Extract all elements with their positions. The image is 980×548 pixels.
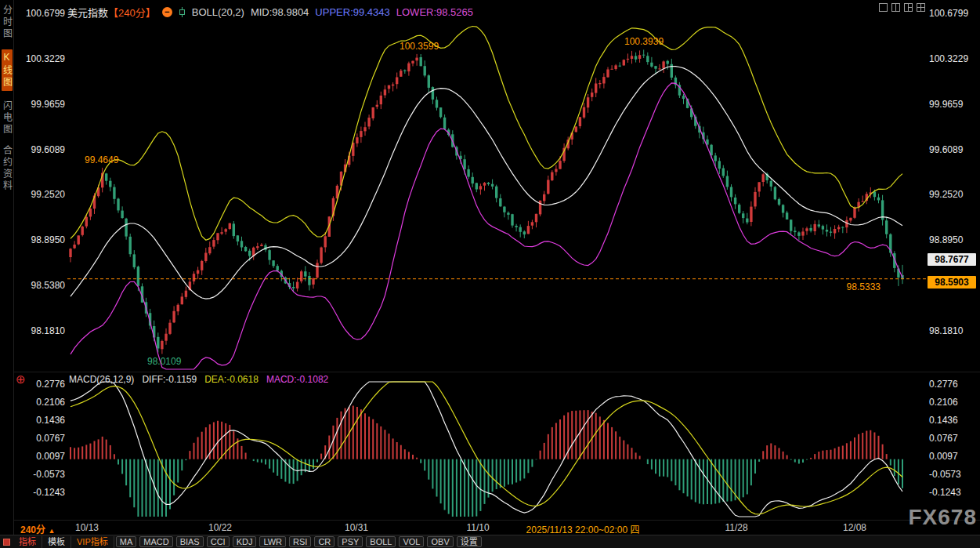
indicator-button-BOLL[interactable]: BOLL	[366, 536, 396, 547]
indicator-button-BIAS[interactable]: BIAS	[176, 536, 204, 547]
y-axis-label: 0.2776	[22, 379, 65, 390]
y-axis-label: 0.2776	[929, 379, 978, 390]
boll-params-label: BOLL(20,2)	[192, 6, 244, 18]
period-selector[interactable]: 240分 ▲	[20, 522, 55, 535]
x-axis-tick: 11/10	[466, 522, 489, 533]
indicator-button-CR[interactable]: CR	[314, 536, 335, 547]
toolbar-tab-0[interactable]: 指标	[13, 536, 42, 548]
x-axis-tick: 10/31	[345, 522, 368, 533]
x-axis-tick: 10/13	[75, 522, 99, 533]
sidebar-item-3[interactable]: 合约资料	[2, 145, 13, 192]
candle-style-icon[interactable]	[179, 7, 186, 17]
y-axis-label: -0.0573	[929, 469, 978, 480]
indicator-button-MA[interactable]: MA	[116, 536, 137, 547]
bottom-toolbar: 指标模板VIP指标 MAMACDBIASCCIKDJLWRRSICRPSYBOL…	[0, 535, 980, 548]
indicator-button-RSI[interactable]: RSI	[289, 536, 311, 547]
price-annotation: 100.3599	[400, 41, 439, 52]
y-axis-label: 0.2106	[929, 397, 978, 408]
macd-macd-value: MACD:-0.1082	[266, 374, 328, 385]
x-axis-tick: 10/22	[208, 522, 232, 533]
y-axis-label: 0.2106	[22, 397, 65, 408]
y-axis-label: 98.1810	[22, 325, 65, 336]
sidebar-item-0[interactable]: 分时图	[2, 5, 13, 40]
y-axis-label: 98.5380	[22, 280, 65, 291]
indicator-button-MACD[interactable]: MACD	[139, 536, 172, 547]
panel-divider	[14, 372, 980, 372]
y-axis-label: 0.0767	[22, 433, 65, 444]
indicator-button-PSY[interactable]: PSY	[338, 536, 363, 547]
toolbar-tab-2[interactable]: VIP指标	[71, 536, 114, 548]
y-axis-label: 100.6799	[22, 8, 65, 19]
x-axis-tick: 12/08	[843, 522, 866, 533]
sidebar-item-2[interactable]: 闪电图	[2, 100, 13, 136]
selected-candle-timestamp: 2025/11/13 22:00~02:00 四	[526, 522, 640, 535]
y-axis-label: 100.6799	[929, 8, 978, 19]
dropdown-arrow-icon: ▲	[48, 527, 55, 535]
boll-lower-value: LOWER:98.5265	[396, 6, 473, 18]
y-axis-label: -0.1243	[929, 487, 978, 498]
y-axis-label: 0.0767	[929, 433, 978, 444]
y-axis-label: 100.3229	[929, 53, 978, 64]
indicator-button-设置[interactable]: 设置	[457, 536, 482, 547]
macd-params-label: MACD(26,12,9)	[69, 374, 134, 385]
macd-header: MACD(26,12,9) DIFF:-0.1159 DEA:-0.0618 M…	[69, 374, 328, 385]
y-axis-label: 98.8950	[929, 234, 978, 245]
indicator-button-LWR[interactable]: LWR	[259, 536, 286, 547]
left-sidebar: 分时图K线图闪电图合约资料	[0, 0, 14, 535]
x-axis-tick: 11/28	[725, 522, 747, 533]
trading-chart-app: 分时图K线图闪电图合约资料 美元指数 【240分】 − BOLL(20,2) M…	[0, 0, 980, 548]
layout-switcher	[878, 2, 926, 13]
x-axis: 240分 ▲ 10/1310/2210/3111/102025/11/13 22…	[0, 521, 980, 534]
chart-canvas[interactable]	[0, 0, 980, 548]
toolbar-tab-1[interactable]: 模板	[42, 536, 71, 548]
boll-upper-value: UPPER:99.4343	[315, 6, 389, 18]
y-axis-label: 99.2520	[929, 189, 978, 200]
layout-split2-icon[interactable]	[891, 2, 901, 13]
y-axis-label: 100.3229	[22, 53, 65, 64]
last-price-badge: 98.5903	[928, 276, 976, 289]
layout-split3-icon[interactable]	[903, 2, 913, 13]
y-axis-label: 99.9659	[22, 99, 65, 110]
indicator-button-VOL[interactable]: VOL	[399, 536, 424, 547]
reference-price-badge: 98.7677	[928, 253, 976, 266]
layout-grid4-icon[interactable]	[916, 2, 926, 13]
y-axis-label: 0.1436	[22, 415, 65, 426]
period-value: 240分	[20, 524, 45, 535]
indicator-button-CCI[interactable]: CCI	[207, 536, 230, 547]
y-axis-label: 99.6089	[929, 144, 978, 155]
indicator-menu-icon[interactable]	[3, 539, 10, 546]
y-axis-label: 99.2520	[22, 189, 65, 200]
zoom-out-icon[interactable]: −	[162, 7, 172, 17]
y-axis-label: 99.9659	[929, 99, 978, 110]
sidebar-item-1[interactable]: K线图	[2, 49, 13, 91]
macd-dea-value: DEA:-0.0618	[204, 374, 259, 385]
indicator-button-KDJ[interactable]: KDJ	[233, 536, 257, 547]
y-axis-label: 0.0097	[22, 451, 65, 462]
axis-divider	[14, 520, 980, 521]
price-annotation: 98.5333	[829, 281, 881, 292]
symbol-name: 美元指数	[67, 5, 108, 20]
y-axis-label: 98.1810	[929, 325, 978, 336]
layout-single-icon[interactable]	[878, 2, 888, 13]
main-chart-header: 美元指数 【240分】 − BOLL(20,2) MID:98.9804 UPP…	[67, 5, 473, 20]
indicator-button-OBV[interactable]: OBV	[427, 536, 453, 547]
y-axis-label: 0.1436	[929, 415, 978, 426]
price-annotation: 98.0109	[147, 356, 181, 367]
y-axis-label: -0.0573	[22, 469, 65, 480]
indicator-target-icon[interactable]: ⊕	[16, 373, 26, 385]
price-annotation: 100.3939	[624, 36, 664, 47]
price-annotation: 99.4649	[85, 154, 118, 165]
y-axis-label: 98.8950	[22, 234, 65, 245]
macd-diff-value: DIFF:-0.1159	[142, 374, 197, 385]
y-axis-label: 99.6089	[22, 144, 65, 155]
y-axis-label: 0.0097	[929, 451, 978, 462]
boll-mid-value: MID:98.9804	[251, 6, 309, 18]
period-label: 【240分】	[108, 5, 156, 20]
y-axis-label: -0.1243	[22, 487, 65, 498]
